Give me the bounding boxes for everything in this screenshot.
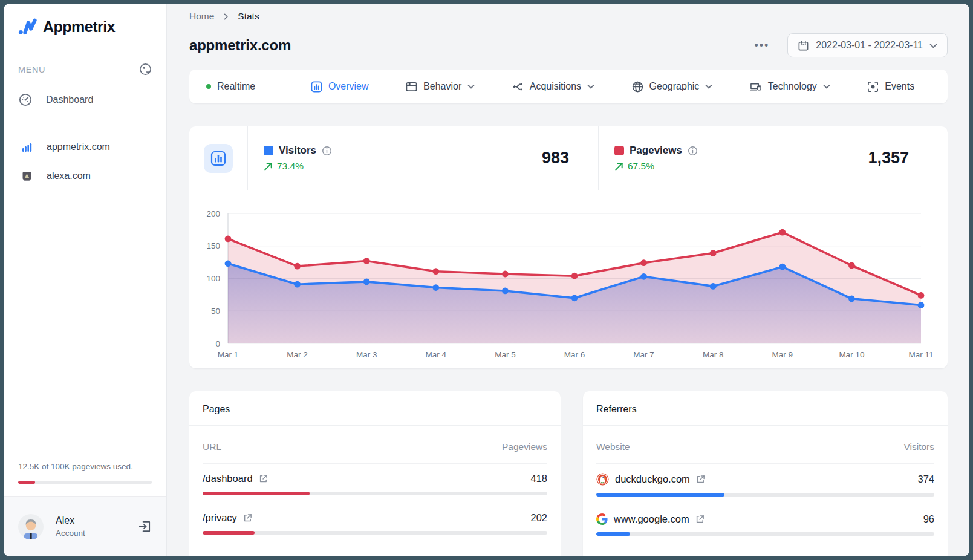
- stat-change: 67.5%: [628, 161, 654, 172]
- stat-change: 73.4%: [277, 161, 304, 172]
- table-row: www.google.com 96: [583, 497, 948, 536]
- sidebar-divider: [4, 123, 166, 123]
- svg-text:50: 50: [211, 307, 220, 316]
- row-value: 418: [530, 473, 547, 484]
- sidebar-item-dashboard[interactable]: Dashboard: [4, 93, 166, 107]
- sidebar: Appmetrix MENU Dashboard: [4, 4, 167, 556]
- stat-label: Visitors: [279, 145, 316, 157]
- row-value: 202: [530, 512, 547, 524]
- dashboard-icon: [18, 93, 33, 107]
- visitors-swatch: [264, 146, 273, 155]
- usage-progressbar: [18, 481, 152, 484]
- usage-meter: 12.5K of 100K pageviews used.: [4, 462, 166, 484]
- svg-text:Mar 11: Mar 11: [908, 350, 933, 359]
- app-window: Appmetrix MENU Dashboard: [0, 0, 973, 560]
- tab-label: Realtime: [217, 81, 255, 92]
- tab-geographic[interactable]: Geographic: [632, 81, 713, 93]
- date-range-picker[interactable]: 2022-03-01 - 2022-03-11: [787, 33, 948, 57]
- info-icon[interactable]: [322, 146, 332, 156]
- svg-text:Mar 5: Mar 5: [495, 350, 516, 359]
- account-section[interactable]: Alex Account: [4, 496, 166, 556]
- tab-acquisitions[interactable]: Acquisitions: [512, 81, 594, 93]
- usage-progress-fill: [18, 481, 35, 484]
- alexa-favicon: [22, 171, 32, 181]
- tab-label: Acquisitions: [530, 81, 581, 92]
- tab-behavior[interactable]: Behavior: [406, 81, 475, 93]
- page-url: /dashboard: [203, 473, 253, 484]
- tab-events[interactable]: Events: [867, 81, 914, 93]
- svg-text:200: 200: [206, 209, 220, 218]
- stat-label: Pageviews: [630, 145, 682, 157]
- table-row: /privacy 202: [189, 495, 561, 535]
- main-content: Home Stats appmetrix.com ••• 2022-03-01 …: [167, 4, 969, 556]
- appmetrix-logo-icon: [18, 18, 37, 35]
- bar-chart-icon: [210, 151, 226, 166]
- svg-text:150: 150: [206, 241, 220, 250]
- column-header: Pageviews: [502, 441, 547, 452]
- acquisitions-icon: [512, 81, 524, 93]
- chart-svg: 050100150200Mar 1Mar 2Mar 3Mar 4Mar 5Mar…: [189, 201, 948, 363]
- external-link-icon[interactable]: [243, 513, 252, 523]
- stat-visitors: Visitors 73.4% 983: [248, 126, 599, 190]
- brand-logo[interactable]: Appmetrix: [4, 4, 166, 39]
- usage-text: 12.5K of 100K pageviews used.: [18, 462, 152, 471]
- logout-icon[interactable]: [138, 519, 152, 533]
- table-row: duckduckgo.com 374: [583, 464, 948, 497]
- breadcrumb: Home Stats: [189, 10, 948, 23]
- trend-up-icon: [264, 162, 273, 171]
- referrer-site: www.google.com: [614, 513, 689, 525]
- realtime-dot-icon: [206, 84, 211, 89]
- visitors-value: 983: [542, 149, 598, 168]
- chevron-right-icon: [223, 13, 229, 20]
- overview-card: Visitors 73.4% 983: [189, 126, 948, 368]
- breadcrumb-home[interactable]: Home: [189, 11, 214, 22]
- external-link-icon[interactable]: [696, 475, 705, 484]
- site-label: alexa.com: [47, 171, 91, 181]
- avatar: [18, 514, 44, 539]
- table-row: /dashboard 418: [189, 464, 561, 495]
- pages-panel: Pages URL Pageviews /dashboard 418: [189, 391, 561, 556]
- brand-name: Appmetrix: [43, 18, 115, 36]
- svg-text:Mar 4: Mar 4: [426, 350, 447, 359]
- sidebar-site-alexa[interactable]: alexa.com: [4, 171, 166, 181]
- chevron-down-icon: [587, 83, 594, 90]
- pageviews-swatch: [614, 146, 624, 155]
- chevron-down-icon: [823, 83, 830, 90]
- external-link-icon[interactable]: [259, 474, 268, 483]
- svg-text:Mar 10: Mar 10: [839, 350, 864, 359]
- row-value: 96: [923, 513, 934, 525]
- svg-text:100: 100: [206, 274, 220, 283]
- page-url: /privacy: [203, 512, 237, 524]
- events-icon: [867, 81, 879, 93]
- overview-icon: [311, 81, 322, 93]
- referrers-panel: Referrers Website Visitors: [583, 391, 948, 556]
- tab-label: Overview: [328, 81, 369, 92]
- technology-icon: [750, 81, 762, 93]
- svg-text:0: 0: [215, 339, 220, 348]
- tab-label: Behavior: [423, 81, 461, 92]
- tab-overview[interactable]: Overview: [311, 81, 369, 93]
- column-header: Website: [596, 441, 630, 452]
- tab-realtime[interactable]: Realtime: [189, 81, 282, 92]
- row-progress-fill: [203, 531, 255, 535]
- tab-label: Technology: [768, 81, 817, 92]
- row-progress-fill: [596, 532, 630, 536]
- account-role: Account: [56, 529, 85, 538]
- date-range-label: 2022-03-01 - 2022-03-11: [816, 40, 923, 51]
- more-options-icon[interactable]: •••: [749, 37, 774, 54]
- breadcrumb-stats[interactable]: Stats: [238, 11, 259, 22]
- theme-icon[interactable]: [139, 63, 152, 76]
- sidebar-item-label: Dashboard: [46, 94, 93, 105]
- tab-technology[interactable]: Technology: [750, 81, 830, 93]
- site-label: appmetrix.com: [47, 142, 110, 152]
- traffic-chart[interactable]: 050100150200Mar 1Mar 2Mar 3Mar 4Mar 5Mar…: [189, 201, 948, 365]
- svg-text:Mar 1: Mar 1: [218, 350, 239, 359]
- referrer-site: duckduckgo.com: [615, 474, 690, 485]
- chevron-down-icon: [929, 42, 937, 50]
- sidebar-site-appmetrix[interactable]: appmetrix.com: [4, 142, 166, 152]
- site-chart-icon: [22, 142, 32, 152]
- info-icon[interactable]: [688, 146, 698, 156]
- external-link-icon[interactable]: [695, 515, 705, 524]
- svg-text:Mar 6: Mar 6: [564, 350, 585, 359]
- stat-pageviews: Pageviews 67.5% 1,357: [599, 126, 948, 190]
